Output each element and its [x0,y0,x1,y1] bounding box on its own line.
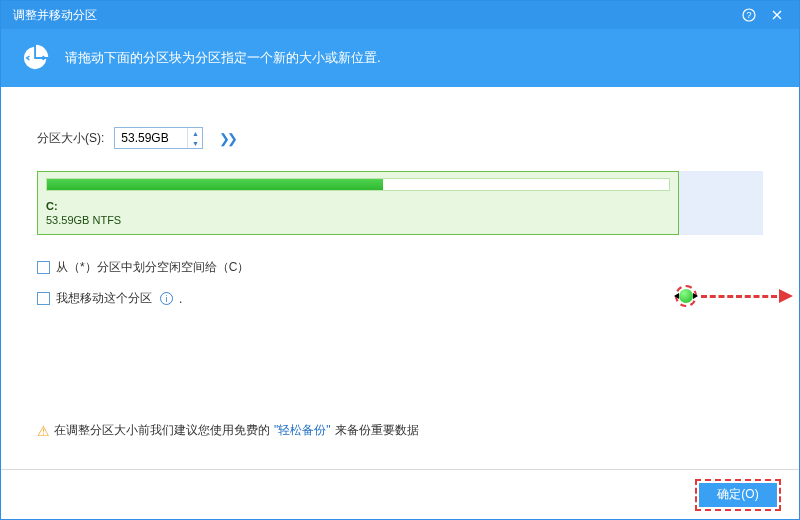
resize-handle[interactable] [679,289,693,303]
move-partition-row: 我想移动这个分区 i. [37,290,763,307]
info-icon[interactable]: i [160,292,173,305]
warning-suffix: 来备份重要数据 [335,422,419,439]
usage-bar-fill [47,179,383,190]
move-partition-label: 我想移动这个分区 [56,290,152,307]
partition-visual-row: C: 53.59GB NTFS [37,171,763,235]
move-partition-checkbox[interactable] [37,292,50,305]
unallocated-space[interactable] [679,171,763,235]
drive-letter: C: [46,200,58,212]
footer: 确定(O) [1,469,799,519]
usage-bar [46,178,670,191]
drag-arrow-annotation [701,294,793,298]
allocate-free-row: 从（*）分区中划分空闲空间给（C） [37,259,763,276]
partition-block[interactable]: C: 53.59GB NTFS [37,171,679,235]
close-icon[interactable] [763,1,791,29]
ok-button-highlight: 确定(O) [695,479,781,511]
size-row: 分区大小(S): ▲ ▼ ❯❯ [37,127,763,149]
warning-prefix: 在调整分区大小前我们建议您使用免费的 [54,422,270,439]
svg-text:?: ? [746,10,751,20]
expand-icon[interactable]: ❯❯ [213,131,235,146]
warning-icon: ⚠ [37,423,50,439]
size-spin-down[interactable]: ▼ [188,138,202,148]
instruction-banner: 请拖动下面的分区块为分区指定一个新的大小或新位置. [1,29,799,87]
partition-info: 53.59GB NTFS [46,214,121,226]
size-spin-up[interactable]: ▲ [188,128,202,138]
content-area: 分区大小(S): ▲ ▼ ❯❯ C: 53.59GB NTFS [1,87,799,469]
size-input-wrap: ▲ ▼ [114,127,203,149]
window-title: 调整并移动分区 [13,7,735,24]
size-spinner: ▲ ▼ [187,128,202,148]
size-input[interactable] [115,128,187,148]
dialog-window: 调整并移动分区 ? 请拖动下面的分区块为分区指定一个新的大小或新位置. 分区大小… [0,0,800,520]
ok-button[interactable]: 确定(O) [699,483,777,507]
size-label: 分区大小(S): [37,130,104,147]
backup-link[interactable]: "轻松备份" [274,422,331,439]
warning-row: ⚠ 在调整分区大小前我们建议您使用免费的 "轻松备份" 来备份重要数据 [37,422,419,439]
resize-handle-highlight [675,285,697,307]
titlebar: 调整并移动分区 ? [1,1,799,29]
partition-icon [21,42,51,75]
instruction-text: 请拖动下面的分区块为分区指定一个新的大小或新位置. [65,49,381,67]
allocate-free-label: 从（*）分区中划分空闲空间给（C） [56,259,249,276]
allocate-free-checkbox[interactable] [37,261,50,274]
partition-label: C: 53.59GB NTFS [46,199,670,227]
help-icon[interactable]: ? [735,1,763,29]
